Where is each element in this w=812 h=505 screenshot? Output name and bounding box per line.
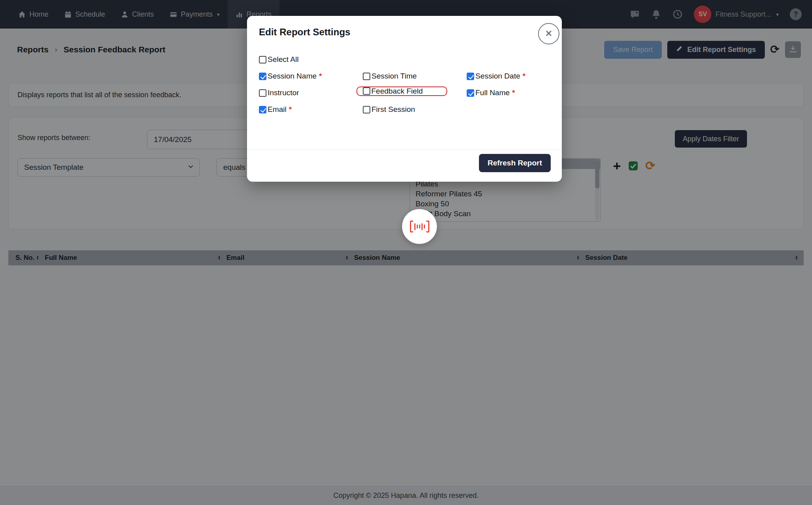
checkbox-feedback-field[interactable]: Feedback Field (356, 86, 448, 96)
checkbox-grid: Session Name*Session TimeSession Date*In… (259, 71, 562, 114)
checkbox-first-session[interactable]: First Session (363, 105, 467, 114)
checkbox-icon (467, 89, 474, 97)
checkbox-icon (363, 106, 370, 113)
checkbox-row: Email*First Session (259, 105, 562, 114)
checkbox-row: Session Name*Session TimeSession Date* (259, 71, 562, 81)
required-asterisk: * (523, 72, 525, 81)
select-all-row: Select All (259, 55, 562, 64)
checkbox-select-all[interactable]: Select All (259, 55, 363, 64)
checkbox-session-date[interactable]: Session Date* (467, 71, 562, 81)
barcode-scan-icon (410, 221, 429, 232)
checkbox-icon (363, 87, 370, 95)
checkbox-session-name[interactable]: Session Name* (259, 71, 363, 81)
modal-footer: Refresh Report (247, 150, 562, 182)
refresh-report-button[interactable]: Refresh Report (479, 154, 551, 172)
page: Home Schedule Clients Payments ▾ Reports… (0, 0, 812, 505)
checkbox-session-time[interactable]: Session Time (363, 71, 467, 81)
required-asterisk: * (512, 88, 515, 97)
modal-title: Edit Report Settings (259, 26, 534, 38)
checkbox-icon (259, 106, 266, 113)
checkbox-icon (259, 56, 266, 63)
checkbox-icon (259, 73, 266, 80)
checkbox-icon (259, 89, 266, 97)
required-asterisk: * (319, 72, 322, 81)
loading-spinner (402, 209, 437, 244)
checkbox-email[interactable]: Email* (259, 105, 363, 114)
checkbox-icon (363, 73, 370, 80)
checkbox-row: InstructorFeedback FieldFull Name* (259, 88, 562, 98)
modal-header: Edit Report Settings ✕ (247, 16, 562, 38)
checkbox-icon (467, 73, 474, 80)
required-asterisk: * (289, 105, 292, 114)
close-button[interactable]: ✕ (538, 23, 559, 44)
checkbox-instructor[interactable]: Instructor (259, 88, 363, 98)
edit-report-settings-modal: Edit Report Settings ✕ Select All Sessio… (247, 16, 562, 182)
checkbox-full-name[interactable]: Full Name* (467, 88, 562, 98)
modal-body: Select All Session Name*Session TimeSess… (247, 38, 562, 114)
close-icon: ✕ (545, 29, 552, 39)
